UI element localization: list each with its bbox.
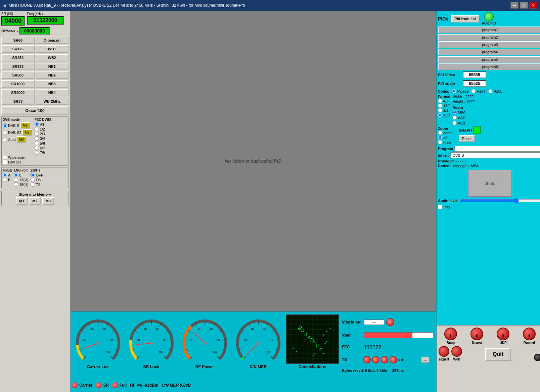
mpa-radio[interactable] <box>452 110 457 114</box>
nb3-button[interactable]: NB3 <box>36 80 69 88</box>
format-auto-radio[interactable] <box>438 113 442 117</box>
cn-gauge: C/N MER <box>232 314 284 377</box>
wb2mhz-button[interactable]: WB-2MHz <box>36 98 69 105</box>
auto-pid-led[interactable] <box>484 12 494 21</box>
h264-radio[interactable] <box>471 89 476 93</box>
nb1-button[interactable]: NB1 <box>36 63 69 70</box>
beep-knob[interactable] <box>444 328 457 340</box>
fec-67-radio[interactable] <box>35 146 39 150</box>
sr2000-button[interactable]: SR2000 <box>1 89 35 96</box>
lnb-0-radio[interactable] <box>14 173 18 177</box>
fec-all-radio[interactable] <box>35 122 39 127</box>
auto-radio[interactable] <box>3 138 7 142</box>
khz-ts-radio[interactable] <box>31 182 35 187</box>
dvbs-radio[interactable] <box>3 124 7 128</box>
fec-12-radio[interactable] <box>35 127 39 131</box>
offset-value[interactable]: 00000000 <box>19 27 50 35</box>
oscar100-button[interactable]: Oscar 100 <box>1 106 69 115</box>
expert-knob[interactable] <box>439 346 449 357</box>
fplug-b-radio[interactable] <box>3 178 7 182</box>
khz-on-radio[interactable] <box>31 178 35 182</box>
audio-level-slider[interactable] <box>460 198 540 203</box>
rf-value-text: RF Pw -91dBm <box>130 383 158 388</box>
codec-info-value: VMpeg2 + MPA <box>453 164 479 168</box>
sr-input[interactable]: 04000 <box>1 16 25 26</box>
sr500-button[interactable]: SR500 <box>1 71 35 79</box>
aac-radio[interactable] <box>452 115 457 120</box>
m3-button[interactable]: M3 <box>17 136 26 143</box>
program1-button[interactable]: program1 <box>438 27 540 33</box>
dsave-button[interactable]: Dsave <box>465 328 489 345</box>
zoom-adapt-radio[interactable] <box>438 131 442 135</box>
q-beacon-button[interactable]: Q-beacon <box>36 37 69 44</box>
dvbs2-radio[interactable] <box>3 131 7 135</box>
info-checkbox[interactable] <box>438 205 442 209</box>
ac3-radio[interactable] <box>452 121 457 125</box>
pid-video-value[interactable]: 65535 <box>463 71 486 78</box>
lnb-18-radio[interactable] <box>14 182 18 187</box>
quit-button[interactable]: Quit <box>485 348 511 361</box>
format-11-radio[interactable] <box>438 108 442 112</box>
offset-label: Offset-> <box>1 29 15 33</box>
dsave-knob[interactable] <box>470 328 483 340</box>
store-m3-button[interactable]: M3 <box>42 197 54 205</box>
store-m2-button[interactable]: M2 <box>29 197 41 205</box>
udp-button[interactable]: UDP <box>491 328 515 345</box>
program4-button[interactable]: program4 <box>438 49 540 55</box>
format-43-radio[interactable] <box>438 99 442 103</box>
mpeg2-radio[interactable] <box>452 89 456 93</box>
pid-audio-value[interactable]: 65535 <box>463 80 486 87</box>
fec-56-radio[interactable] <box>35 141 39 145</box>
low-sr-checkbox[interactable] <box>3 160 7 164</box>
carrier-label: Carrier Loc <box>72 364 124 369</box>
expert-button[interactable]: Expert <box>439 346 449 361</box>
m2-button[interactable]: M2 <box>22 129 32 136</box>
nb2-button[interactable]: NB2 <box>36 71 69 79</box>
fec-78-radio[interactable] <box>35 150 39 155</box>
record-button[interactable]: Record <box>517 328 540 345</box>
bottom-status-bar: Carrier SR Full RF Pw -91dBm C/N MER 0.0… <box>71 379 436 392</box>
h265-radio[interactable] <box>488 89 493 93</box>
program5-button[interactable]: program5 <box>438 56 540 63</box>
sr-label: SR (kS) <box>1 12 25 16</box>
program3-button[interactable]: program3 <box>438 41 540 48</box>
format-169-radio[interactable] <box>438 103 442 108</box>
zoom-maxi-radio[interactable] <box>438 140 442 144</box>
nb4-button[interactable]: NB4 <box>36 89 69 96</box>
reset-button[interactable]: Reset <box>459 135 475 142</box>
fplug-a-radio[interactable] <box>3 173 7 177</box>
wb1-button[interactable]: WB1 <box>36 45 69 53</box>
web-button[interactable]: Web <box>451 346 462 361</box>
web-knob[interactable] <box>451 346 462 357</box>
wide-scan-checkbox[interactable] <box>3 155 7 159</box>
sr333-button[interactable]: SR333 <box>1 63 35 70</box>
sr250-button[interactable]: SR250 <box>1 54 35 61</box>
full-indicator: Full <box>112 382 127 388</box>
width-row: Width : ???? <box>452 95 475 99</box>
freq-input[interactable]: 01322000 <box>27 16 64 25</box>
lnb-13-radio[interactable] <box>14 178 18 182</box>
m1-button[interactable]: M1 <box>20 122 30 129</box>
wb2-button[interactable]: WB2 <box>36 54 69 61</box>
program6-button[interactable]: program6 <box>438 63 540 70</box>
udp-knob[interactable] <box>497 328 509 340</box>
sr125-button[interactable]: SR125 <box>1 45 35 53</box>
sr1000-button[interactable]: SR1000 <box>1 80 35 88</box>
cn-value-text: C/N MER 0.0dB <box>162 383 191 388</box>
zoom-x1-radio[interactable] <box>438 135 442 140</box>
minimize-button[interactable]: ─ <box>510 2 519 9</box>
fec-23-radio[interactable] <box>35 132 39 136</box>
record-knob[interactable] <box>523 328 536 340</box>
fec-34-radio[interactable] <box>35 136 39 141</box>
store-label: Store into Memory <box>3 192 67 196</box>
sr33-button[interactable]: SR33 <box>1 98 35 105</box>
beep-button[interactable]: Beep <box>439 328 463 345</box>
pid-from-ini-button[interactable]: Pid from .ini <box>451 15 479 22</box>
close-button[interactable]: ✕ <box>529 2 537 9</box>
sr66-button[interactable]: SR66 <box>1 37 35 44</box>
carrier-status-text: Carrier <box>79 383 92 388</box>
maximize-button[interactable]: □ <box>520 2 528 9</box>
program2-button[interactable]: program2 <box>438 34 540 41</box>
khz-off-radio[interactable] <box>31 173 35 177</box>
store-m1-button[interactable]: M1 <box>16 197 28 205</box>
